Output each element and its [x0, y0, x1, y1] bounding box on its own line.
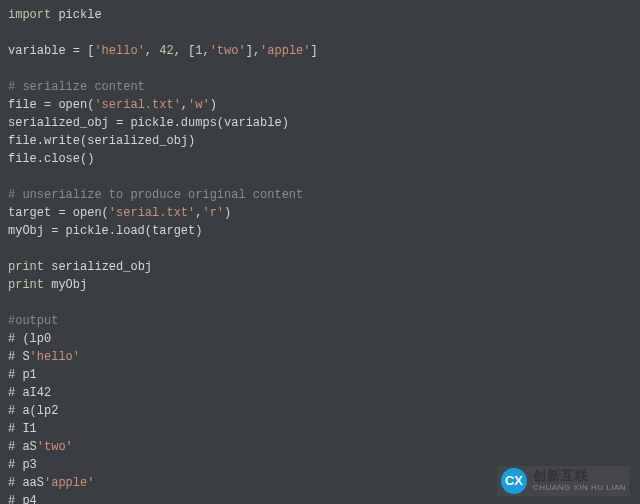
output-line: # a(lp2 [8, 402, 632, 420]
output-prefix: # S [8, 350, 30, 364]
punct: , [202, 44, 209, 58]
logo-text: 创新互联 CHUANG XIN HU LIAN [533, 469, 626, 492]
code-line: myObj = pickle.load(target) [8, 222, 632, 240]
number-literal: 42 [159, 44, 173, 58]
string-literal: 'serial.txt' [94, 98, 180, 112]
output-line: # I1 [8, 420, 632, 438]
keyword-print: print [8, 278, 44, 292]
code-line: print myObj [8, 276, 632, 294]
comment-line: # unserialize to produce original conten… [8, 186, 632, 204]
blank-line [8, 60, 632, 78]
keyword-import: import [8, 8, 51, 22]
module-name: pickle [51, 8, 101, 22]
watermark-logo: CX 创新互联 CHUANG XIN HU LIAN [497, 466, 630, 496]
logo-badge-icon: CX [501, 468, 527, 494]
identifier: myObj [44, 278, 87, 292]
punct: ) [224, 206, 231, 220]
blank-line [8, 168, 632, 186]
punct: , [181, 98, 188, 112]
code-line: file.close() [8, 150, 632, 168]
blank-line [8, 240, 632, 258]
punct: ] [311, 44, 318, 58]
code-line: file.write(serialized_obj) [8, 132, 632, 150]
string-literal: 'apple' [44, 476, 94, 490]
code-line: file = open('serial.txt','w') [8, 96, 632, 114]
punct: ], [246, 44, 260, 58]
code-line: import pickle [8, 6, 632, 24]
output-prefix: # aS [8, 440, 37, 454]
output-line: # S'hello' [8, 348, 632, 366]
punct: , [ [174, 44, 196, 58]
blank-line [8, 294, 632, 312]
logo-en-text: CHUANG XIN HU LIAN [533, 484, 626, 493]
comment-line: # serialize content [8, 78, 632, 96]
string-literal: 'serial.txt' [109, 206, 195, 220]
code-line: serialized_obj = pickle.dumps(variable) [8, 114, 632, 132]
punct: ) [210, 98, 217, 112]
string-literal: 'hello' [94, 44, 144, 58]
string-literal: 'hello' [30, 350, 80, 364]
punct: , [145, 44, 159, 58]
string-literal: 'r' [202, 206, 224, 220]
string-literal: 'w' [188, 98, 210, 112]
blank-line [8, 24, 632, 42]
output-line: # p1 [8, 366, 632, 384]
string-literal: 'two' [210, 44, 246, 58]
output-prefix: # aaS [8, 476, 44, 490]
logo-cn-text: 创新互联 [533, 469, 626, 483]
string-literal: 'two' [37, 440, 73, 454]
code-line: variable = ['hello', 42, [1,'two'],'appl… [8, 42, 632, 60]
statement: target = open( [8, 206, 109, 220]
assignment: variable = [ [8, 44, 94, 58]
output-line: # aI42 [8, 384, 632, 402]
string-literal: 'apple' [260, 44, 310, 58]
output-line: # aS'two' [8, 438, 632, 456]
identifier: serialized_obj [44, 260, 152, 274]
statement: file = open( [8, 98, 94, 112]
code-snippet: import pickle variable = ['hello', 42, [… [8, 6, 632, 504]
code-line: print serialized_obj [8, 258, 632, 276]
keyword-print: print [8, 260, 44, 274]
comment-output-header: #output [8, 312, 632, 330]
output-line: # (lp0 [8, 330, 632, 348]
code-line: target = open('serial.txt','r') [8, 204, 632, 222]
